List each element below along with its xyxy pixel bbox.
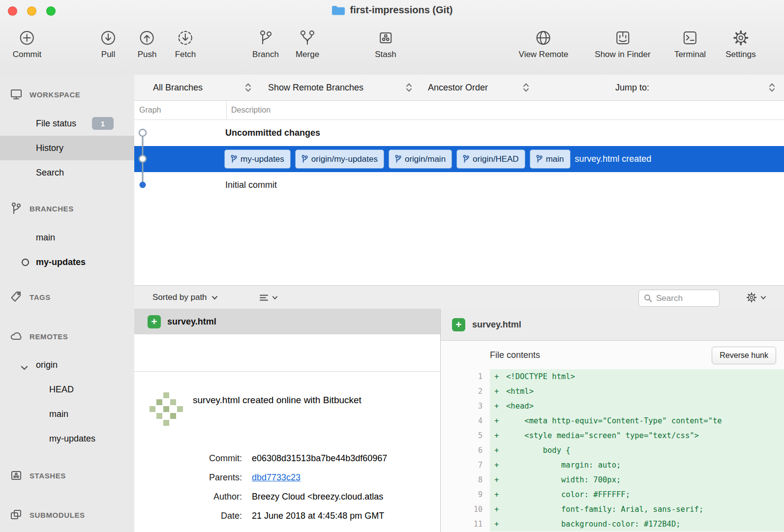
diff-line: 4+ <meta http-equiv="Content-Type" conte… [441,414,784,428]
commit-row-uncommitted[interactable]: Uncommitted changes [134,120,784,146]
diff-panel: survey.html File contents Reverse hunk 1… [441,309,784,532]
chevron-down-icon [760,296,766,300]
sidebar-item-file-status[interactable]: File status 1 [0,111,134,136]
finder-icon [614,28,632,48]
diff-hunk-header: File contents Reverse hunk [441,341,784,369]
sidebar-item-branch-main[interactable]: main [0,225,134,250]
date-value: 21 June 2018 at 4:45:48 pm GMT [252,511,384,521]
remote-branches-stepper-icon[interactable] [406,82,412,95]
sidebar-section-workspace[interactable]: WORKSPACE [0,83,134,106]
toolbar-commit-button[interactable]: Commit [13,28,42,59]
toolbar-terminal-button[interactable]: Terminal [674,28,706,59]
commit-row-initial[interactable]: Initial commit [134,172,784,198]
stashes-icon [10,469,30,482]
window-title-bar: first-impressions (Git) [0,4,784,16]
toolbar-view-remote-button[interactable]: View Remote [519,28,569,59]
author-row: Author: Breezy Cloud <breezy.cloud.atlas [134,487,440,506]
branch-badge-origin-head[interactable]: origin/HEAD [456,149,525,169]
branch-badge-origin-my-updates[interactable]: origin/my-updates [295,149,384,169]
file-list-empty-space [134,334,440,372]
commit-details: survey.html created online with Bitbucke… [134,372,440,532]
branch-badge-my-updates[interactable]: my-updates [224,149,291,169]
current-branch-indicator [22,259,29,266]
sidebar-item-history[interactable]: History [0,136,134,160]
diff-line: 6+ body { [441,443,784,458]
sidebar-item-remote-origin[interactable]: origin [0,353,134,377]
fetch-icon [177,28,194,48]
commit-graph [134,120,154,198]
sidebar-section-submodules[interactable]: SUBMODULES [0,503,134,527]
toolbar-fetch-button[interactable]: Fetch [175,28,196,59]
main-area: All Branches Show Remote Branches Ancest… [134,75,784,532]
sidebar-item-search[interactable]: Search [0,160,134,185]
file-list-item[interactable]: survey.html [134,309,440,334]
toolbar-show-in-finder-button[interactable]: Show in Finder [595,28,650,59]
branch-filter-stepper-icon[interactable] [245,82,251,95]
sort-dropdown[interactable]: Sorted by path [152,286,218,309]
parent-hash-link[interactable]: dbd7733c23 [252,473,301,483]
merge-icon [299,28,316,48]
jump-to-stepper-icon[interactable] [769,82,775,95]
cloud-icon [10,330,30,343]
history-empty-space [134,198,784,285]
toolbar-merge-button[interactable]: Merge [296,28,319,59]
search-icon [644,294,652,302]
folder-icon [332,5,345,16]
sidebar-section-branches[interactable]: BRANCHES [0,197,134,220]
branch-filter-dropdown[interactable]: All Branches [153,75,203,100]
push-icon [138,28,156,48]
file-search-input[interactable]: Search [638,290,720,307]
file-status-count-badge: 1 [92,117,114,130]
commit-icon [18,28,36,48]
list-view-options-button[interactable] [259,286,278,309]
sidebar-item-origin-head[interactable]: HEAD [0,377,134,402]
toolbar-pull-button[interactable]: Pull [99,28,117,59]
sidebar-item-origin-main[interactable]: main [0,402,134,426]
sidebar-item-origin-my-updates[interactable]: my-updates [0,426,134,451]
tag-icon [10,291,30,303]
list-icon [259,294,269,301]
toolbar-settings-button[interactable]: Settings [725,28,755,59]
commit-hash: e06308d31513ba7be44b3df60967 [252,453,387,464]
diff-line: 3+<head> [441,399,784,414]
branch-badge-main[interactable]: main [530,149,571,169]
sort-order-stepper-icon[interactable] [523,82,529,95]
branch-icon [257,28,274,48]
window-title: first-impressions (Git) [350,4,453,16]
description-column-header[interactable]: Description [227,101,271,119]
commit-row-selected[interactable]: my-updates origin/my-updates origin/main… [134,146,784,172]
sidebar-item-branch-my-updates[interactable]: my-updates [0,250,134,274]
gear-icon [746,292,757,303]
gear-icon [732,28,750,48]
file-options-gear-button[interactable] [746,286,766,309]
sidebar-section-stashes[interactable]: STASHES [0,464,134,487]
diff-line: 8+ width: 700px; [441,473,784,487]
diff-line: 2+<html> [441,384,784,399]
sidebar-section-tags[interactable]: TAGS [0,285,134,309]
sidebar-section-remotes[interactable]: REMOTES [0,325,134,348]
globe-icon [535,28,552,48]
reverse-hunk-button[interactable]: Reverse hunk [712,347,776,364]
sort-order-dropdown[interactable]: Ancestor Order [428,75,488,100]
sidebar: WORKSPACE File status 1 History Search B… [0,75,135,532]
date-row: Date: 21 June 2018 at 4:45:48 pm GMT [134,506,440,526]
diff-line: 11+ background-color: #172B4D; [441,517,784,532]
file-list-toolbar: Sorted by path Search [134,285,784,311]
diff-lines: 1+<!DOCTYPE html> 2+<html> 3+<head> 4+ <… [441,369,784,532]
window-chrome: first-impressions (Git) Commit Pull Push… [0,0,784,75]
toolbar-branch-button[interactable]: Branch [252,28,279,59]
commit-rows: Uncommitted changes my-updates origin/my… [134,120,784,198]
diff-file-header: survey.html [441,309,784,341]
toolbar-stash-button[interactable]: Stash [375,28,396,59]
added-file-icon [148,315,161,328]
toolbar-push-button[interactable]: Push [138,28,157,59]
commit-message: survey.html created [575,154,652,164]
commit-hash-row: Commit: e06308d31513ba7be44b3df60967 [134,449,440,468]
branch-badge-origin-main[interactable]: origin/main [389,149,452,169]
changed-files-panel: survey.html [134,309,441,532]
hunk-title: File contents [490,350,540,360]
stash-icon [377,28,394,48]
graph-column-header[interactable]: Graph [134,101,227,119]
commit-detail-message: survey.html created online with Bitbucke… [193,372,440,405]
remote-branches-dropdown[interactable]: Show Remote Branches [268,75,363,100]
